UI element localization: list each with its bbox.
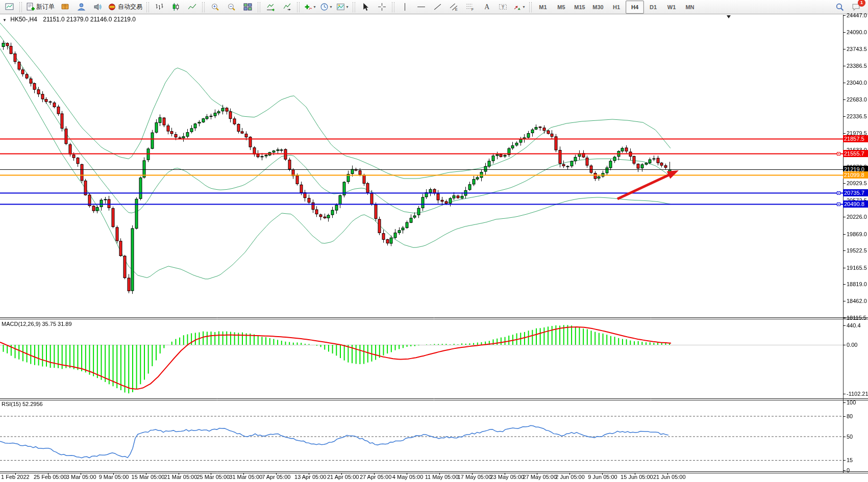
chart-canvas[interactable] <box>0 15 868 482</box>
timeframe-m15-button[interactable]: M15 <box>571 1 589 14</box>
history-button[interactable] <box>57 1 73 14</box>
chevron-down-icon[interactable]: ▾ <box>330 5 332 9</box>
text-button[interactable]: A <box>478 1 494 14</box>
crosshair-icon <box>378 3 386 11</box>
timeframe-m30-button[interactable]: M30 <box>589 1 607 14</box>
crosshair-button[interactable] <box>374 1 390 14</box>
chevron-down-icon[interactable]: ▾ <box>313 5 315 9</box>
timeframe-mn-button[interactable]: MN <box>681 1 699 14</box>
periods-button[interactable]: ▾ <box>318 1 334 14</box>
chart-shift-icon <box>283 3 291 11</box>
notification-badge: 1 <box>858 0 865 7</box>
new-order-icon <box>26 3 35 11</box>
history-icon <box>61 3 69 11</box>
experts-icon <box>77 3 86 11</box>
zoom-out-icon <box>227 3 236 11</box>
tile-windows-button[interactable] <box>239 1 256 14</box>
search-icon <box>835 3 844 11</box>
toolbar-separator <box>297 2 300 12</box>
templates-button[interactable]: ▾ <box>334 1 351 14</box>
svg-text:E: E <box>455 7 457 11</box>
svg-text:T: T <box>501 4 504 10</box>
toolbar-separator <box>19 2 22 12</box>
zoom-out-button[interactable] <box>223 1 239 14</box>
trading-platform-window: 新订单自动交易▾▾▾EFAT▾M1M5M15M30H1H4D1W1MN1 ▼ H… <box>0 0 868 482</box>
indicators-icon <box>304 3 312 11</box>
chart-window-button[interactable] <box>1 1 17 14</box>
chart-shift-button[interactable] <box>279 1 295 14</box>
channel-button[interactable]: E <box>445 1 462 14</box>
toolbar-separator <box>258 2 260 12</box>
zoom-in-icon <box>211 3 219 11</box>
arrows-icon <box>513 3 522 11</box>
experts-button[interactable] <box>73 1 89 14</box>
trendline-button[interactable] <box>429 1 445 14</box>
periods-icon <box>320 3 329 11</box>
timeframe-m1-button[interactable]: M1 <box>534 1 552 14</box>
auto-scroll-icon <box>266 3 275 11</box>
toolbar-separator <box>529 2 532 12</box>
toolbar-separator <box>392 2 394 12</box>
hline-icon <box>417 3 426 11</box>
notifications-button[interactable]: 1 <box>848 1 864 14</box>
label-icon: T <box>499 3 507 11</box>
candles-button[interactable] <box>167 1 184 14</box>
line-icon <box>188 3 196 11</box>
new-order-label: 新订单 <box>36 3 55 11</box>
trendline-icon <box>433 3 442 11</box>
chevron-down-icon[interactable]: ▾ <box>346 5 348 9</box>
autotrading-button[interactable]: 自动交易 <box>106 1 144 14</box>
toolbar-separator <box>202 2 205 12</box>
chart-window-icon <box>5 3 14 11</box>
bars-icon <box>155 3 164 11</box>
indicators-button[interactable]: ▾ <box>302 1 318 14</box>
timeframe-m5-button[interactable]: M5 <box>552 1 571 14</box>
autotrading-label: 自动交易 <box>118 3 142 11</box>
candles-icon <box>171 3 180 11</box>
line-button[interactable] <box>184 1 200 14</box>
channel-icon: E <box>450 3 458 11</box>
toolbar-separator <box>353 2 355 12</box>
label-button[interactable]: T <box>494 1 511 14</box>
toolbar-separator <box>146 2 149 12</box>
chevron-down-icon[interactable]: ▾ <box>523 5 525 9</box>
fibonacci-icon: F <box>466 3 475 11</box>
autotrading-icon <box>108 3 116 11</box>
tile-windows-icon <box>243 3 252 11</box>
zoom-in-button[interactable] <box>207 1 223 14</box>
vline-button[interactable] <box>396 1 413 14</box>
timeframe-w1-button[interactable]: W1 <box>662 1 681 14</box>
svg-text:A: A <box>484 3 489 11</box>
toolbar-right-group: 1 <box>831 1 864 14</box>
cursor-button[interactable] <box>357 1 374 14</box>
templates-icon <box>336 3 345 11</box>
search-button[interactable] <box>831 1 848 14</box>
timeframe-h1-button[interactable]: H1 <box>607 1 626 14</box>
auto-scroll-button[interactable] <box>262 1 279 14</box>
timeframe-d1-button[interactable]: D1 <box>644 1 662 14</box>
sound-icon <box>93 3 102 11</box>
hline-button[interactable] <box>413 1 429 14</box>
fibonacci-button[interactable]: F <box>462 1 478 14</box>
sound-button[interactable] <box>89 1 106 14</box>
new-order-button[interactable]: 新订单 <box>24 1 57 14</box>
cursor-icon <box>361 3 370 11</box>
arrows-button[interactable]: ▾ <box>511 1 527 14</box>
main-toolbar: 新订单自动交易▾▾▾EFAT▾M1M5M15M30H1H4D1W1MN1 <box>0 0 868 14</box>
timeframe-h4-button[interactable]: H4 <box>626 1 644 14</box>
vline-icon <box>401 3 409 11</box>
bars-button[interactable] <box>151 1 167 14</box>
svg-text:F: F <box>471 7 474 11</box>
text-icon: A <box>482 3 491 11</box>
